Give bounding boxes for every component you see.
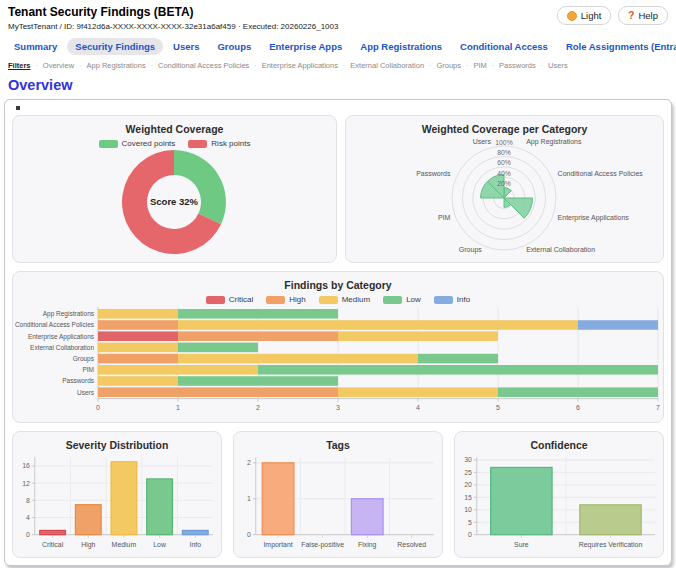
bar-segment-app-registrations-low[interactable] — [178, 309, 338, 319]
bar-fixing[interactable] — [351, 499, 383, 535]
crumb-filters[interactable]: Filters — [8, 61, 31, 70]
row-label-external-collaboration: External Collaboration — [30, 344, 94, 351]
bar-segment-users-high[interactable] — [98, 387, 338, 397]
category-label-info: Info — [189, 541, 201, 548]
tab-enterprise-apps[interactable]: Enterprise Apps — [261, 38, 350, 55]
y-tick-label: 25 — [464, 469, 472, 476]
tab-users[interactable]: Users — [165, 38, 207, 55]
crumb-separator: · — [492, 62, 494, 69]
polar-sector-users[interactable] — [504, 188, 511, 198]
legend-item-medium[interactable]: Medium — [319, 295, 370, 304]
chart-title-confidence: Confidence — [459, 439, 659, 451]
crumb-users[interactable]: Users — [548, 61, 568, 70]
legend-label: Medium — [342, 295, 370, 304]
polar-ring-label: 40% — [497, 170, 511, 177]
panel-weighted-coverage: Weighted Coverage Covered pointsRisk poi… — [12, 115, 337, 263]
category-label-sure: Sure — [514, 541, 529, 548]
weighted-coverage-donut-chart[interactable]: Score 32% — [13, 148, 336, 258]
bar-segment-enterprise-applications-critical[interactable] — [98, 331, 178, 341]
bar-low[interactable] — [147, 479, 173, 535]
legend-item-critical[interactable]: Critical — [206, 295, 253, 304]
crumb-enterprise-applications[interactable]: Enterprise Applications — [262, 61, 338, 70]
findings-legend: CriticalHighMediumLowInfo — [13, 295, 663, 304]
bar-segment-groups-high[interactable] — [98, 354, 178, 364]
chart-title-severity-distribution: Severity Distribution — [17, 439, 217, 451]
bar-important[interactable] — [262, 463, 294, 535]
severity-distribution-chart[interactable]: 0481216CriticalHighMediumLowInfo — [13, 451, 221, 557]
category-label-important: Important — [263, 541, 292, 549]
crumb-passwords[interactable]: Passwords — [499, 61, 536, 70]
category-label-low: Low — [153, 541, 167, 548]
page-header-title: Tenant Security Findings (BETA) — [8, 5, 338, 19]
bar-requires-verification[interactable] — [580, 505, 641, 535]
legend-swatch — [383, 296, 402, 304]
crumb-pim[interactable]: PIM — [473, 61, 486, 70]
confidence-chart[interactable]: 051015202530SureRequires Verification — [455, 451, 663, 557]
bar-segment-passwords-medium[interactable] — [98, 376, 178, 386]
polar-sector-conditional-access-policies[interactable] — [504, 198, 533, 218]
bar-segment-users-low[interactable] — [498, 387, 658, 397]
legend-item-risk-points[interactable]: Risk points — [188, 139, 250, 148]
row-label-users: Users — [77, 389, 95, 396]
polar-axis-label-external-collaboration: External Collaboration — [526, 246, 595, 253]
bar-segment-passwords-low[interactable] — [178, 376, 338, 386]
crumb-separator: · — [343, 62, 345, 69]
legend-item-info[interactable]: Info — [434, 295, 470, 304]
bar-segment-app-registrations-medium[interactable] — [98, 309, 178, 319]
legend-label: Info — [457, 295, 470, 304]
bar-sure[interactable] — [491, 467, 552, 534]
tags-canvas: 012ImportantFalse-positiveFixingResolved — [234, 451, 442, 557]
bar-segment-pim-medium[interactable] — [98, 365, 258, 375]
y-tick-label: 16 — [22, 462, 30, 469]
bar-medium[interactable] — [111, 462, 137, 535]
tags-chart[interactable]: 012ImportantFalse-positiveFixingResolved — [234, 451, 442, 557]
findings-by-category-chart[interactable]: 01234567App RegistrationsConditional Acc… — [13, 304, 663, 416]
polar-ring-label: 80% — [497, 149, 511, 156]
light-theme-button[interactable]: Light — [557, 6, 612, 25]
row-label-app-registrations: App Registrations — [43, 310, 95, 318]
bar-critical[interactable] — [40, 530, 66, 534]
row-label-pim: PIM — [82, 366, 94, 373]
panel-severity-distribution: Severity Distribution 0481216CriticalHig… — [12, 431, 222, 558]
bar-segment-conditional-access-policies-high[interactable] — [98, 320, 178, 330]
bar-segment-enterprise-applications-high[interactable] — [178, 331, 338, 341]
y-tick-label: 0 — [26, 531, 30, 538]
crumb-groups[interactable]: Groups — [436, 61, 461, 70]
help-button[interactable]: ? Help — [618, 6, 668, 25]
crumb-conditional-access-policies[interactable]: Conditional Access Policies — [158, 61, 249, 70]
bar-segment-conditional-access-policies-info[interactable] — [578, 320, 658, 330]
y-tick-label: 10 — [464, 506, 472, 513]
bar-segment-external-collaboration-medium[interactable] — [98, 343, 178, 353]
polar-axis-label-groups: Groups — [459, 246, 482, 254]
tab-groups[interactable]: Groups — [209, 38, 259, 55]
category-label-requires-verification: Requires Verification — [579, 541, 643, 549]
crumb-external-collaboration[interactable]: External Collaboration — [350, 61, 424, 70]
tab-conditional-access[interactable]: Conditional Access — [452, 38, 556, 55]
legend-item-high[interactable]: High — [266, 295, 305, 304]
x-tick-label: 2 — [256, 404, 260, 411]
tab-app-registrations[interactable]: App Registrations — [352, 38, 450, 55]
legend-item-low[interactable]: Low — [383, 295, 421, 304]
legend-item-covered-points[interactable]: Covered points — [99, 139, 176, 148]
category-label-resolved: Resolved — [397, 541, 426, 548]
bar-segment-groups-medium[interactable] — [178, 354, 418, 364]
bar-segment-groups-low[interactable] — [418, 354, 498, 364]
bar-segment-pim-low[interactable] — [258, 365, 658, 375]
polar-axis-label-users: Users — [473, 138, 492, 145]
bar-segment-enterprise-applications-medium[interactable] — [338, 331, 498, 341]
tab-security-findings[interactable]: Security Findings — [67, 38, 163, 55]
bar-segment-conditional-access-policies-medium[interactable] — [178, 320, 578, 330]
bar-high[interactable] — [75, 505, 101, 535]
donut-center-label: Score 32% — [150, 196, 199, 207]
panel-confidence: Confidence 051015202530SureRequires Veri… — [454, 431, 664, 558]
donut-segment-covered-points[interactable] — [174, 150, 226, 224]
bar-info[interactable] — [182, 530, 208, 534]
tab-role-assignments-entra[interactable]: Role Assignments (Entra) — [558, 38, 676, 55]
tab-summary[interactable]: Summary — [6, 38, 65, 55]
crumb-app-registrations[interactable]: App Registrations — [86, 61, 145, 70]
crumb-overview[interactable]: Overview — [43, 61, 74, 70]
bar-segment-external-collaboration-low[interactable] — [178, 343, 258, 353]
weighted-coverage-polar-chart[interactable]: 20%40%60%80%100%UsersApp RegistrationsCo… — [346, 135, 663, 261]
y-tick-label: 5 — [468, 519, 472, 526]
bar-segment-users-medium[interactable] — [338, 387, 498, 397]
